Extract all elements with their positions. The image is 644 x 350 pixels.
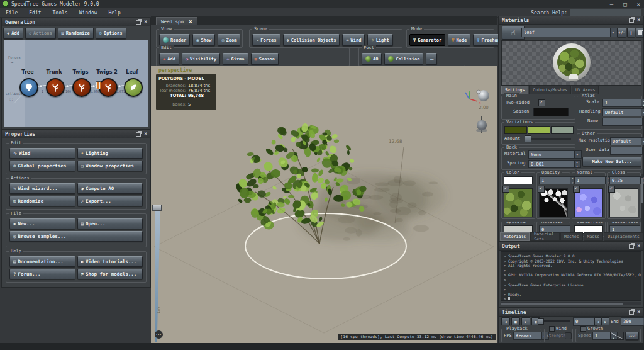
wind-button[interactable]: ∿Wind xyxy=(9,148,75,159)
season-swatch[interactable] xyxy=(533,108,569,116)
two-sided-checkbox[interactable] xyxy=(538,99,545,106)
generator-graph[interactable]: Forces ↝ Collision ◌ Tree Trunk Twigs Tw… xyxy=(4,40,148,127)
light-button[interactable]: ☀Light xyxy=(367,34,392,46)
growth-srd-button[interactable]: srd xyxy=(625,332,639,340)
collision-post-button[interactable]: Collision xyxy=(384,53,423,65)
float-panel-icon[interactable] xyxy=(136,132,141,137)
frame-input[interactable]: 0 xyxy=(573,317,597,326)
material-select[interactable]: leaf xyxy=(521,28,618,37)
wind-checkbox[interactable] xyxy=(549,326,555,332)
float-panel-icon[interactable] xyxy=(629,18,634,23)
lod-slider-handle[interactable] xyxy=(152,205,162,211)
lighting-button[interactable]: ☀Lighting xyxy=(77,148,143,159)
ao-button[interactable]: AO xyxy=(362,53,382,65)
viewport-options-button[interactable]: ••• xyxy=(155,330,163,339)
close-icon[interactable]: × xyxy=(637,1,640,8)
float-panel-icon[interactable] xyxy=(136,20,141,25)
tab-masks[interactable]: Masks xyxy=(584,232,604,241)
browse-samples-button[interactable]: ◎Browse samples... xyxy=(9,231,143,242)
tab-meshes[interactable]: Meshes xyxy=(560,232,582,241)
wind-strength-field[interactable] xyxy=(565,332,572,339)
light-direction-widget[interactable] xyxy=(476,116,487,133)
randomize-button[interactable]: ⊞Randomize xyxy=(9,196,75,206)
opacity-stepper[interactable]: 1 xyxy=(539,176,577,184)
menu-tools[interactable]: Tools xyxy=(47,10,74,16)
close-panel-icon[interactable]: × xyxy=(144,20,147,25)
gloss-map-checkbox[interactable] xyxy=(608,186,615,193)
back-material-select[interactable]: None xyxy=(528,150,582,159)
opacity-map-checkbox[interactable] xyxy=(538,186,545,193)
forum-button[interactable]: ?Forum... xyxy=(9,269,75,279)
end-frame-stepper[interactable]: 300 xyxy=(621,317,644,326)
tree-node[interactable] xyxy=(19,78,38,97)
atlas-name-input[interactable] xyxy=(602,118,643,126)
variation-swatch-3[interactable] xyxy=(551,126,574,134)
output-scrollbar[interactable] xyxy=(501,302,641,305)
timeline-slider-handle[interactable] xyxy=(538,318,544,325)
max-resolution-select[interactable]: Default xyxy=(610,137,644,145)
growth-curve-button[interactable] xyxy=(610,332,624,340)
close-panel-icon[interactable]: × xyxy=(637,310,640,315)
material-preview[interactable] xyxy=(501,40,641,86)
variation-swatch-2[interactable] xyxy=(528,126,550,134)
twigs2-node[interactable] xyxy=(99,78,118,97)
close-panel-icon[interactable]: × xyxy=(637,244,640,249)
twigs-node[interactable] xyxy=(72,78,91,97)
add-generator-button[interactable]: ✚ Add xyxy=(3,28,23,39)
viewport-3d[interactable]: 12.68 x 2.00 perspective POLYGONS - MODE… xyxy=(151,66,497,343)
forces-button[interactable]: ↝Forces xyxy=(252,34,280,46)
document-tab[interactable]: Weed.spm × xyxy=(156,17,197,25)
spacing-stepper[interactable]: 0.001 xyxy=(528,160,581,168)
step-back-button[interactable]: ◀ xyxy=(594,317,602,325)
actions-button[interactable]: ↺ Actions xyxy=(25,28,56,39)
amount-slider-track[interactable] xyxy=(525,138,571,140)
generation-panel-titlebar[interactable]: Generation × xyxy=(2,18,150,26)
output-panel-titlebar[interactable]: Output × xyxy=(499,242,643,251)
color-map-checkbox[interactable] xyxy=(502,186,509,193)
gizmo-button[interactable]: ✛Gizmo xyxy=(223,53,248,65)
zoom-button[interactable]: ◎Zoom xyxy=(218,34,240,46)
growth-checkbox[interactable] xyxy=(580,326,586,332)
tab-cutouts-meshes[interactable]: Cutouts/Meshes xyxy=(529,86,571,94)
maps-scrollbar[interactable] xyxy=(641,174,643,234)
export-button[interactable]: ↗Export... xyxy=(77,196,143,206)
show-button[interactable]: ◉Show xyxy=(192,34,215,46)
menu-edit[interactable]: Edit xyxy=(23,10,47,16)
properties-panel-titlebar[interactable]: Properties × xyxy=(2,130,150,138)
color-swatch[interactable] xyxy=(504,176,533,184)
close-panel-icon[interactable]: × xyxy=(144,132,147,137)
window-properties-button[interactable]: ❏Window properties xyxy=(77,161,143,171)
expand-collapse-button[interactable]: +/- xyxy=(617,28,626,37)
normal-map-checkbox[interactable] xyxy=(573,186,580,193)
gloss-stepper[interactable]: 0.25 xyxy=(609,176,644,184)
amount-slider-handle[interactable] xyxy=(525,135,531,142)
timeline-panel-titlebar[interactable]: Timeline × xyxy=(499,308,643,317)
minimize-icon[interactable]: – xyxy=(610,1,613,8)
add-material-button[interactable]: + xyxy=(627,28,635,37)
variation-swatch-1[interactable] xyxy=(504,126,527,134)
collision-objects-button[interactable]: ❖Collision Objects xyxy=(283,34,340,46)
menu-file[interactable]: File xyxy=(0,10,23,16)
delete-material-button[interactable] xyxy=(636,28,644,37)
new-file-button[interactable]: ✚New... xyxy=(9,218,75,229)
shop-models-button[interactable]: ⚑Shop for models... xyxy=(77,269,143,279)
menu-help[interactable]: Help xyxy=(103,10,126,16)
node-mode-button[interactable]: ΨNode xyxy=(448,34,470,46)
normal-stepper[interactable]: 1 xyxy=(574,176,612,184)
randomize-button[interactable]: ⚄ Randomize xyxy=(58,28,94,39)
rewind-button[interactable]: ◀ xyxy=(501,317,510,325)
wind-button[interactable]: ≈Wind xyxy=(342,34,365,46)
options-button[interactable]: ⚙ Options xyxy=(96,28,126,39)
make-new-set-button[interactable]: Make New Set... xyxy=(582,157,641,166)
global-properties-button[interactable]: ⊕Global properties xyxy=(9,161,75,171)
tab-close-icon[interactable]: × xyxy=(189,18,192,25)
season-button[interactable]: ▦Season xyxy=(251,53,279,65)
back-button[interactable]: ← xyxy=(426,53,437,65)
camera-label[interactable]: perspective xyxy=(158,67,192,73)
documentation-button[interactable]: ▤Documentation... xyxy=(9,256,75,267)
generator-mode-button[interactable]: ΨGenerator xyxy=(409,34,445,46)
maximize-icon[interactable]: □ xyxy=(623,1,626,8)
wind-wizard-button[interactable]: ✎Wind wizard... xyxy=(9,183,75,194)
video-tutorials-button[interactable]: ▶Video tutorials... xyxy=(77,256,143,267)
compute-ao-button[interactable]: ◑Compute AO xyxy=(77,183,143,194)
